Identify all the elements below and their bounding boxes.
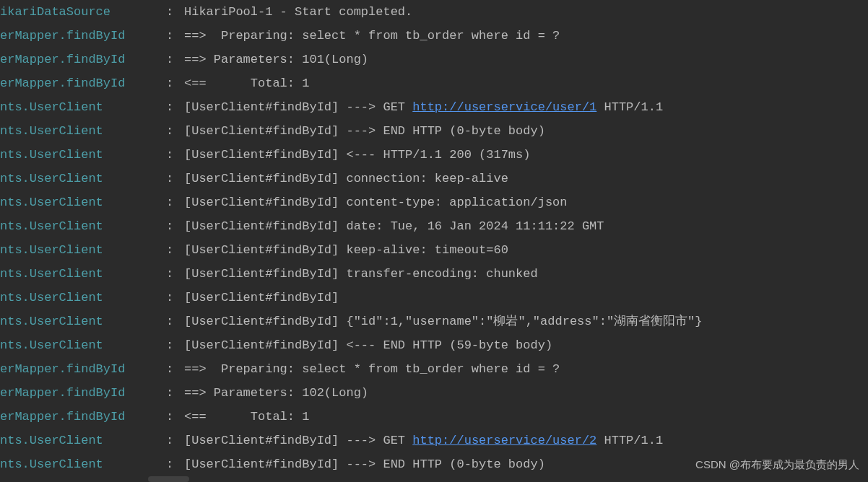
- log-line: erMapper.findById: <== Total: 1: [0, 71, 868, 95]
- separator: :: [130, 405, 184, 429]
- log-message: [UserClient#findById] <--- HTTP/1.1 200 …: [184, 143, 530, 167]
- log-output: ikariDataSource: HikariPool-1 - Start co…: [0, 0, 868, 482]
- separator: :: [130, 452, 184, 476]
- log-message: [UserClient#findById] content-type: appl…: [184, 190, 568, 214]
- log-message: HikariPool-1 - Start completed.: [184, 0, 412, 24]
- separator: :: [130, 310, 184, 333]
- separator: :: [130, 48, 184, 71]
- logger-name: nts.UserClient: [0, 238, 130, 262]
- separator: :: [130, 238, 184, 262]
- logger-name: nts.UserClient: [0, 119, 130, 143]
- separator: :: [130, 262, 184, 286]
- log-message: ==> Preparing: select * from tb_order wh…: [184, 24, 560, 48]
- log-line: ikariDataSource: HikariPool-1 - Start co…: [0, 0, 868, 24]
- separator: :: [130, 0, 184, 24]
- url-link[interactable]: http://userservice/user/2: [412, 434, 596, 447]
- log-line: erMapper.findById: ==> Parameters: 102(L…: [0, 381, 868, 405]
- separator: :: [130, 429, 184, 452]
- log-line: nts.UserClient: [UserClient#findById] --…: [0, 429, 868, 452]
- log-message: [UserClient#findById] ---> END HTTP (0-b…: [184, 119, 545, 143]
- log-line: erMapper.findById: ==> Parameters: 101(L…: [0, 48, 868, 71]
- log-message: [UserClient#findById] <--- END HTTP (59-…: [184, 333, 552, 357]
- log-line: erMapper.findById: ==> Preparing: select…: [0, 357, 868, 381]
- separator: :: [130, 286, 184, 310]
- log-line: nts.UserClient: [UserClient#findById] --…: [0, 119, 868, 143]
- log-message: [UserClient#findById] connection: keep-a…: [184, 167, 508, 190]
- separator: :: [130, 24, 184, 48]
- logger-name: ikariDataSource: [0, 0, 130, 24]
- logger-name: erMapper.findById: [0, 71, 130, 95]
- separator: :: [130, 333, 184, 357]
- log-line: nts.UserClient: [UserClient#findById] co…: [0, 190, 868, 214]
- log-message: [UserClient#findById] {"id":1,"username"…: [184, 310, 703, 333]
- log-message: [UserClient#findById] ---> END HTTP (0-b…: [184, 452, 545, 476]
- log-line: nts.UserClient: [UserClient#findById]: [0, 286, 868, 310]
- separator: :: [130, 214, 184, 238]
- log-message: <== Total: 1: [184, 405, 309, 429]
- log-line: nts.UserClient: [UserClient#findById] da…: [0, 214, 868, 238]
- logger-name: nts.UserClient: [0, 190, 130, 214]
- separator: :: [130, 143, 184, 167]
- logger-name: erMapper.findById: [0, 405, 130, 429]
- log-line: nts.UserClient: [UserClient#findById] ke…: [0, 238, 868, 262]
- log-line: nts.UserClient: [UserClient#findById] <-…: [0, 143, 868, 167]
- log-line: nts.UserClient: [UserClient#findById] --…: [0, 95, 868, 119]
- log-message: [UserClient#findById] ---> GET http://us…: [184, 95, 663, 119]
- logger-name: nts.UserClient: [0, 167, 130, 190]
- log-line: erMapper.findById: <== Total: 1: [0, 405, 868, 429]
- separator: :: [130, 167, 184, 190]
- url-link[interactable]: http://userservice/user/1: [412, 100, 596, 114]
- log-message: [UserClient#findById] date: Tue, 16 Jan …: [184, 214, 604, 238]
- logger-name: nts.UserClient: [0, 143, 130, 167]
- log-message: [UserClient#findById]: [184, 286, 346, 310]
- separator: :: [130, 357, 184, 381]
- logger-name: erMapper.findById: [0, 24, 130, 48]
- watermark-text: CSDN @布布要成为最负责的男人: [695, 452, 859, 476]
- log-message: [UserClient#findById] <--- HTTP/1.1 200 …: [184, 476, 516, 482]
- separator: :: [130, 381, 184, 405]
- logger-name: nts.UserClient: [0, 476, 130, 482]
- log-message: ==> Preparing: select * from tb_order wh…: [184, 357, 560, 381]
- log-message: [UserClient#findById] keep-alive: timeou…: [184, 238, 508, 262]
- logger-name: erMapper.findById: [0, 357, 130, 381]
- separator: :: [130, 95, 184, 119]
- log-message: <== Total: 1: [184, 71, 309, 95]
- logger-name: nts.UserClient: [0, 310, 130, 333]
- logger-name: erMapper.findById: [0, 48, 130, 71]
- logger-name: nts.UserClient: [0, 333, 130, 357]
- logger-name: erMapper.findById: [0, 381, 130, 405]
- logger-name: nts.UserClient: [0, 452, 130, 476]
- log-line: nts.UserClient: [UserClient#findById] {"…: [0, 310, 868, 333]
- log-line: nts.UserClient: [UserClient#findById] co…: [0, 167, 868, 190]
- log-line: nts.UserClient: [UserClient#findById] <-…: [0, 333, 868, 357]
- log-line: nts.UserClient: [UserClient#findById] tr…: [0, 262, 868, 286]
- log-message: [UserClient#findById] ---> GET http://us…: [184, 429, 663, 452]
- log-line: nts.UserClient: [UserClient#findById] <-…: [0, 476, 868, 482]
- separator: :: [130, 190, 184, 214]
- separator: :: [130, 71, 184, 95]
- log-message: ==> Parameters: 102(Long): [184, 381, 368, 405]
- horizontal-scrollbar[interactable]: [148, 476, 189, 482]
- logger-name: nts.UserClient: [0, 262, 130, 286]
- logger-name: nts.UserClient: [0, 214, 130, 238]
- logger-name: nts.UserClient: [0, 286, 130, 310]
- separator: :: [130, 119, 184, 143]
- log-line: erMapper.findById: ==> Preparing: select…: [0, 24, 868, 48]
- logger-name: nts.UserClient: [0, 429, 130, 452]
- log-message: [UserClient#findById] transfer-encoding:…: [184, 262, 538, 286]
- log-message: ==> Parameters: 101(Long): [184, 48, 368, 71]
- logger-name: nts.UserClient: [0, 95, 130, 119]
